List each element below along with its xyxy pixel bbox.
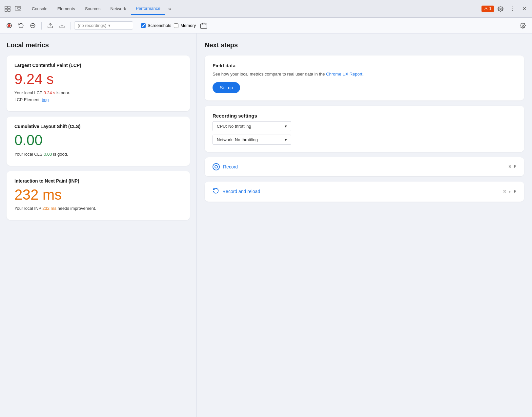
chrome-ux-report-link[interactable]: Chrome UX Report bbox=[326, 72, 362, 77]
cls-card: Cumulative Layout Shift (CLS) 0.00 Your … bbox=[7, 117, 190, 165]
memory-checkbox[interactable] bbox=[174, 23, 178, 28]
record-button[interactable] bbox=[4, 20, 14, 31]
svg-rect-3 bbox=[8, 9, 10, 11]
field-data-desc: See how your local metrics compare to re… bbox=[213, 71, 516, 77]
tab-elements[interactable]: Elements bbox=[53, 3, 80, 15]
tab-bar-right: ⚠ 1 ⋮ ✕ bbox=[481, 4, 529, 14]
inp-title: Interaction to Next Paint (INP) bbox=[14, 178, 182, 184]
recording-settings-card: Recording settings CPU: No throttling ▾ … bbox=[205, 106, 524, 152]
record-circle-icon bbox=[213, 163, 220, 170]
cpu-throttling-label: CPU: No throttling bbox=[217, 124, 251, 129]
devtools-select-icon[interactable] bbox=[3, 4, 12, 14]
left-panel: Local metrics Largest Contentful Paint (… bbox=[0, 33, 197, 417]
clear-button[interactable] bbox=[28, 20, 38, 31]
settings-icon[interactable] bbox=[495, 4, 506, 14]
upload-button[interactable] bbox=[45, 20, 55, 31]
svg-rect-1 bbox=[8, 6, 10, 9]
camera-icon[interactable] bbox=[198, 20, 209, 31]
recordings-chevron: ▾ bbox=[108, 23, 111, 28]
tab-sources[interactable]: Sources bbox=[80, 3, 105, 15]
reload-button[interactable] bbox=[16, 20, 26, 31]
lcp-desc-value: 9.24 s bbox=[44, 90, 55, 95]
lcp-element: LCP Element img bbox=[14, 97, 182, 102]
record-reload-action-label[interactable]: Record and reload bbox=[222, 189, 260, 194]
tab-more[interactable]: » bbox=[166, 4, 174, 14]
cls-desc-value: 0.00 bbox=[44, 152, 52, 157]
record-action-card[interactable]: Record ⌘ E bbox=[205, 157, 524, 176]
toolbar-divider-2 bbox=[71, 22, 71, 30]
svg-rect-2 bbox=[5, 9, 7, 11]
recording-settings-title: Recording settings bbox=[213, 113, 516, 119]
toolbar-divider-1 bbox=[41, 22, 42, 30]
inp-card: Interaction to Next Paint (INP) 232 ms Y… bbox=[7, 171, 190, 220]
inp-desc-value: 232 ms bbox=[42, 206, 56, 211]
error-icon: ⚠ bbox=[484, 7, 488, 11]
download-button[interactable] bbox=[57, 20, 67, 31]
svg-rect-0 bbox=[5, 6, 7, 9]
svg-rect-4 bbox=[15, 6, 21, 10]
svg-point-8 bbox=[8, 24, 10, 27]
tab-divider-1 bbox=[25, 4, 25, 14]
record-circle-inner bbox=[215, 165, 218, 168]
field-data-desc-after: . bbox=[362, 72, 364, 77]
screenshots-checkbox-item[interactable]: Screenshots bbox=[141, 23, 171, 28]
toolbar-settings-icon[interactable] bbox=[518, 20, 528, 31]
network-throttling-select[interactable]: Network: No throttling ▾ bbox=[213, 135, 291, 145]
field-data-card: Field data See how your local metrics co… bbox=[205, 55, 524, 100]
local-metrics-title: Local metrics bbox=[7, 41, 190, 49]
tab-console[interactable]: Console bbox=[27, 3, 52, 15]
toolbar: (no recordings) ▾ Screenshots Memory bbox=[0, 18, 532, 33]
inp-desc: Your local INP 232 ms needs improvement. bbox=[14, 206, 182, 211]
network-throttling-label: Network: No throttling bbox=[217, 137, 258, 142]
close-icon[interactable]: ✕ bbox=[519, 4, 529, 14]
recordings-placeholder: (no recordings) bbox=[78, 23, 106, 28]
record-shortcut: ⌘ E bbox=[509, 164, 516, 169]
record-action-left[interactable]: Record bbox=[213, 163, 238, 170]
cpu-throttling-select[interactable]: CPU: No throttling ▾ bbox=[213, 121, 291, 131]
inp-value: 232 ms bbox=[14, 187, 182, 203]
devtools-dock-icon[interactable] bbox=[13, 4, 23, 14]
cls-title: Cumulative Layout Shift (CLS) bbox=[14, 124, 182, 129]
cpu-throttling-chevron: ▾ bbox=[285, 124, 287, 129]
right-panel: Next steps Field data See how your local… bbox=[197, 33, 532, 417]
tab-bar-left: Console Elements Sources Network Perform… bbox=[3, 3, 174, 15]
memory-checkbox-item[interactable]: Memory bbox=[174, 23, 196, 28]
toolbar-options: Screenshots Memory bbox=[141, 20, 209, 31]
tab-network[interactable]: Network bbox=[106, 3, 131, 15]
reload-icon bbox=[213, 187, 219, 196]
tab-bar: Console Elements Sources Network Perform… bbox=[0, 0, 532, 18]
field-data-desc-before: See how your local metrics compare to re… bbox=[213, 72, 326, 77]
lcp-element-value[interactable]: img bbox=[42, 97, 49, 102]
svg-point-6 bbox=[500, 8, 501, 10]
svg-point-17 bbox=[522, 25, 524, 26]
error-badge[interactable]: ⚠ 1 bbox=[481, 6, 494, 12]
field-data-title: Field data bbox=[213, 63, 516, 68]
record-reload-action-left[interactable]: Record and reload bbox=[213, 187, 260, 196]
cls-value: 0.00 bbox=[14, 132, 182, 148]
network-throttling-chevron: ▾ bbox=[285, 137, 287, 142]
next-steps-title: Next steps bbox=[205, 41, 524, 49]
record-action-label[interactable]: Record bbox=[223, 164, 238, 169]
svg-rect-5 bbox=[18, 7, 20, 9]
lcp-card: Largest Contentful Paint (LCP) 9.24 s Yo… bbox=[7, 55, 190, 111]
svg-rect-13 bbox=[200, 24, 207, 28]
error-count: 1 bbox=[489, 7, 491, 11]
screenshots-label: Screenshots bbox=[148, 23, 171, 28]
lcp-value: 9.24 s bbox=[14, 71, 182, 87]
lcp-desc: Your local LCP 9.24 s is poor. bbox=[14, 90, 182, 95]
memory-label: Memory bbox=[180, 23, 196, 28]
screenshots-checkbox[interactable] bbox=[141, 23, 146, 28]
lcp-title: Largest Contentful Paint (LCP) bbox=[14, 63, 182, 68]
cls-desc: Your local CLS 0.00 is good. bbox=[14, 152, 182, 157]
tab-performance[interactable]: Performance bbox=[131, 3, 165, 15]
recordings-dropdown[interactable]: (no recordings) ▾ bbox=[74, 21, 133, 30]
setup-button[interactable]: Set up bbox=[213, 82, 240, 93]
more-options-icon[interactable]: ⋮ bbox=[507, 4, 518, 14]
main-content: Local metrics Largest Contentful Paint (… bbox=[0, 33, 532, 417]
record-reload-action-card[interactable]: Record and reload ⌘ ⇧ E bbox=[205, 182, 524, 202]
record-reload-shortcut: ⌘ ⇧ E bbox=[503, 189, 516, 194]
